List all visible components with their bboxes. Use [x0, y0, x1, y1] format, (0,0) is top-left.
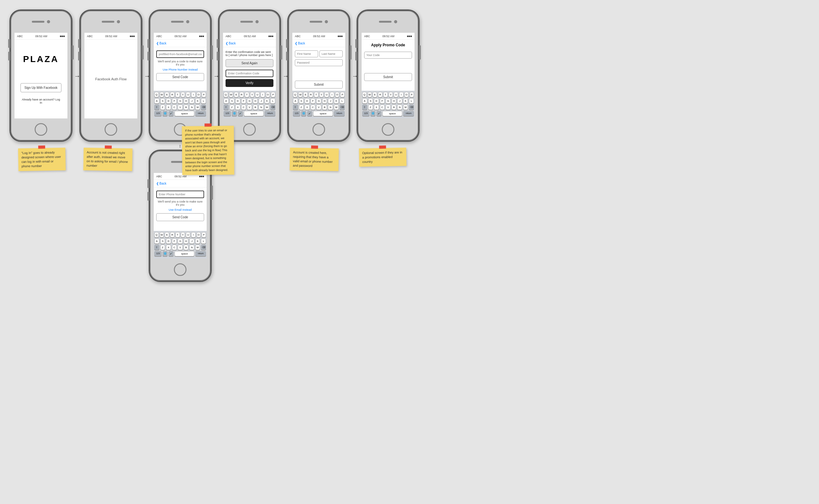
back-button-3[interactable]: ❮ Back — [156, 42, 166, 45]
password-input[interactable] — [295, 59, 343, 66]
submit-button-account[interactable]: Submit — [295, 81, 343, 89]
key-return-6[interactable]: return — [403, 111, 414, 116]
key-p-5[interactable]: P — [340, 92, 345, 97]
key-k-4[interactable]: K — [265, 98, 270, 104]
key-backspace-5[interactable]: ⌫ — [340, 105, 345, 110]
key-w[interactable]: W — [160, 92, 164, 97]
key-l-6[interactable]: L — [409, 98, 414, 104]
back-button-4[interactable]: ❮ Back — [226, 42, 236, 45]
key-globe-6[interactable]: 🌐 — [370, 111, 375, 116]
key-d-4[interactable]: D — [235, 98, 240, 104]
key-h-7[interactable]: H — [184, 238, 189, 244]
key-n-6[interactable]: N — [397, 105, 402, 110]
key-w-7[interactable]: W — [160, 232, 164, 238]
key-x-6[interactable]: X — [374, 105, 379, 110]
key-k[interactable]: K — [195, 98, 200, 104]
key-globe-5[interactable]: 🌐 — [301, 111, 306, 116]
key-h-4[interactable]: H — [253, 98, 258, 104]
key-s-7[interactable]: S — [160, 238, 165, 244]
signup-facebook-button[interactable]: Sign Up With Facebook — [20, 83, 61, 92]
key-r-7[interactable]: R — [170, 232, 175, 238]
key-k-5[interactable]: K — [334, 98, 339, 104]
key-i[interactable]: I — [191, 92, 196, 97]
key-j[interactable]: J — [189, 98, 194, 104]
phone-number-input[interactable] — [156, 191, 204, 198]
key-f-5[interactable]: F — [311, 98, 316, 104]
key-backspace-4[interactable]: ⌫ — [270, 105, 275, 110]
key-backspace-7[interactable]: ⌫ — [201, 245, 206, 250]
key-c-4[interactable]: C — [241, 105, 246, 110]
key-z-5[interactable]: Z — [299, 105, 304, 110]
key-m-5[interactable]: M — [334, 105, 339, 110]
key-v-4[interactable]: V — [247, 105, 252, 110]
key-t-7[interactable]: T — [175, 232, 180, 238]
login-link[interactable]: Already have an account? Log In — [21, 98, 61, 104]
key-mic-4[interactable]: 🎤 — [238, 111, 243, 116]
key-backspace-6[interactable]: ⌫ — [409, 105, 414, 110]
key-f-6[interactable]: F — [380, 98, 385, 104]
key-space[interactable]: space — [175, 111, 194, 116]
home-button-1[interactable] — [35, 123, 47, 136]
key-shift-5[interactable]: ⇧ — [293, 105, 298, 110]
key-shift[interactable]: ⇧ — [154, 105, 159, 110]
key-m-7[interactable]: M — [195, 245, 200, 250]
key-v-6[interactable]: V — [386, 105, 391, 110]
key-a-5[interactable]: A — [293, 98, 298, 104]
key-e-4[interactable]: E — [234, 92, 238, 97]
key-d-6[interactable]: D — [374, 98, 379, 104]
key-d-7[interactable]: D — [166, 238, 171, 244]
key-t[interactable]: T — [175, 92, 180, 97]
key-c-6[interactable]: C — [380, 105, 385, 110]
key-i-5[interactable]: I — [330, 92, 334, 97]
key-space-4[interactable]: space — [244, 111, 264, 116]
key-p[interactable]: P — [202, 92, 206, 97]
key-x[interactable]: X — [166, 105, 171, 110]
key-m[interactable]: M — [195, 105, 200, 110]
key-x-5[interactable]: X — [305, 105, 310, 110]
key-u-4[interactable]: U — [255, 92, 260, 97]
key-shift-7[interactable]: ⇧ — [154, 245, 159, 250]
key-e[interactable]: E — [165, 92, 169, 97]
home-button-4[interactable] — [243, 123, 256, 136]
key-w-6[interactable]: W — [368, 92, 372, 97]
key-y-4[interactable]: Y — [250, 92, 255, 97]
key-y-5[interactable]: Y — [319, 92, 324, 97]
key-h-6[interactable]: H — [392, 98, 397, 104]
verify-button[interactable]: Verify — [226, 79, 273, 87]
key-f-4[interactable]: F — [241, 98, 246, 104]
key-mic-6[interactable]: 🎤 — [376, 111, 381, 116]
key-g-6[interactable]: G — [386, 98, 391, 104]
key-n-5[interactable]: N — [328, 105, 333, 110]
key-q-4[interactable]: Q — [224, 92, 228, 97]
key-g-7[interactable]: G — [178, 238, 183, 244]
key-123-4[interactable]: 123 — [224, 111, 231, 116]
key-u-6[interactable]: U — [394, 92, 398, 97]
last-name-input[interactable] — [319, 50, 343, 57]
key-e-6[interactable]: E — [373, 92, 377, 97]
key-p-4[interactable]: P — [271, 92, 275, 97]
key-x-4[interactable]: X — [235, 105, 240, 110]
home-button-6[interactable] — [382, 123, 394, 136]
key-d[interactable]: D — [166, 98, 171, 104]
key-globe-4[interactable]: 🌐 — [232, 111, 237, 116]
key-n-7[interactable]: N — [189, 245, 194, 250]
key-space-6[interactable]: space — [382, 111, 402, 116]
key-k-6[interactable]: K — [403, 98, 408, 104]
key-o-4[interactable]: O — [266, 92, 270, 97]
key-r-6[interactable]: R — [378, 92, 382, 97]
key-b-4[interactable]: B — [253, 105, 258, 110]
key-z[interactable]: Z — [160, 105, 165, 110]
key-l-7[interactable]: L — [201, 238, 206, 244]
key-u-5[interactable]: U — [324, 92, 329, 97]
key-i-4[interactable]: I — [261, 92, 265, 97]
key-q[interactable]: Q — [154, 92, 159, 97]
send-again-button[interactable]: Send Again — [226, 59, 273, 67]
key-mic-7[interactable]: 🎤 — [169, 251, 174, 256]
key-g-4[interactable]: G — [247, 98, 252, 104]
back-button-7[interactable]: ❮ Back — [156, 182, 166, 185]
key-q-5[interactable]: Q — [293, 92, 297, 97]
key-a-6[interactable]: A — [362, 98, 367, 104]
key-s-4[interactable]: S — [230, 98, 235, 104]
key-globe[interactable]: 🌐 — [163, 111, 168, 116]
key-n-4[interactable]: N — [259, 105, 264, 110]
